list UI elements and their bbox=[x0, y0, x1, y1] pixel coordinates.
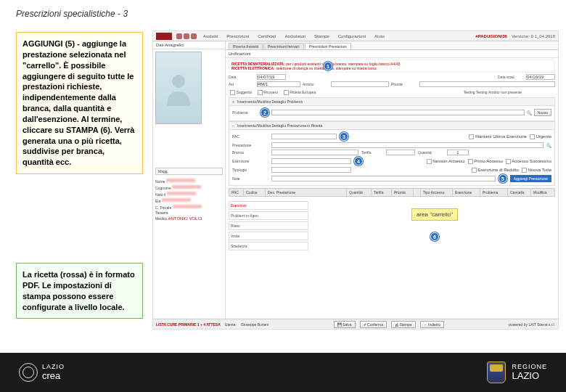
label-asl: Asl bbox=[229, 82, 255, 86]
avatar-placeholder bbox=[155, 52, 202, 124]
search-icon[interactable]: 🔍 bbox=[546, 143, 551, 148]
label-nessun-accesso: Nessun Accesso bbox=[432, 159, 464, 163]
menu-item[interactable]: Aiuto bbox=[372, 34, 387, 38]
marker-5: 5 bbox=[499, 174, 507, 183]
left-side-panel: Riass bbox=[229, 221, 308, 230]
checkbox-ricovero[interactable] bbox=[258, 90, 263, 95]
red-title-2: RICETTA ELETTRONICA: bbox=[231, 66, 275, 70]
input-pac[interactable] bbox=[271, 134, 337, 139]
carrello-table-header: PAC Codice Des. Prestazione Quantità Tar… bbox=[229, 188, 555, 197]
label-urgente: Urgente bbox=[536, 134, 551, 139]
indietro-button[interactable]: ← Indietro bbox=[420, 321, 444, 328]
label-branca: Branca bbox=[232, 150, 268, 155]
patient-label: Nome bbox=[155, 179, 165, 184]
menu-item[interactable]: Configurazioni bbox=[336, 34, 368, 38]
label-tariffa: Tariffa bbox=[361, 150, 383, 155]
callout-yellow-text: AGGIUNGI (5) - aggiunge la prestazione s… bbox=[22, 39, 134, 166]
search-icon[interactable]: 🔍 bbox=[527, 110, 532, 115]
input-tariffa[interactable] bbox=[386, 150, 415, 155]
input-prestazione[interactable] bbox=[271, 142, 544, 148]
panel-problema-label: Inserimento/Modifica Dettaglio Problema bbox=[237, 99, 303, 104]
shield-icons bbox=[176, 33, 197, 39]
status-user-label: Utente: bbox=[225, 322, 237, 327]
label-note: Note bbox=[232, 176, 268, 181]
checkbox-urgente[interactable] bbox=[530, 134, 535, 139]
marker-4: 4 bbox=[354, 157, 363, 166]
checkbox-primo-accesso[interactable] bbox=[468, 159, 473, 164]
label-data-scad: Data scad. bbox=[498, 75, 524, 79]
input-ambito[interactable] bbox=[331, 81, 389, 87]
input-note[interactable] bbox=[271, 176, 496, 181]
menu-item[interactable]: Assistiti bbox=[201, 34, 220, 38]
checkbox-nessun-accesso[interactable] bbox=[427, 159, 432, 164]
menu-item[interactable]: Stampe bbox=[312, 34, 332, 38]
input-asl[interactable]: RM/1 bbox=[257, 81, 300, 87]
conferma-button[interactable]: ✔ Conferma bbox=[360, 321, 387, 328]
checkbox-esenzione-reddito[interactable] bbox=[472, 168, 477, 173]
unify-label: Unificazioni bbox=[226, 50, 558, 58]
label-nuova-tutte: Nuova Tutte bbox=[528, 168, 551, 172]
blurred-text bbox=[173, 205, 202, 208]
blurred-text bbox=[162, 198, 191, 202]
menu-item[interactable]: Prescrizioni bbox=[224, 34, 251, 38]
label-mantieni: Mantieni Ultima Esenzione bbox=[475, 134, 527, 139]
checkbox-ricetta-eu[interactable] bbox=[284, 90, 289, 95]
label-testing: Testing Testing bbox=[464, 90, 488, 94]
callout-green: La ricetta (rossa) è in formato PDF. Le … bbox=[16, 263, 143, 319]
label-ricetta-eu: Ricetta Europea bbox=[290, 90, 316, 94]
panel-problema-title[interactable]: +Inserimento/Modifica Dettaglio Problema bbox=[229, 97, 555, 106]
blurred-text bbox=[167, 192, 196, 195]
tab[interactable]: Ricerca Assistiti bbox=[229, 43, 263, 49]
label-esenzione: Esenzione bbox=[232, 159, 268, 163]
salva-button[interactable]: 💾 Salva bbox=[334, 321, 356, 328]
back-icon: ← bbox=[424, 322, 427, 327]
checkbox-suggerita[interactable] bbox=[230, 90, 235, 95]
aggiungi-button[interactable]: Aggiungi Prestazione bbox=[510, 175, 551, 182]
input-branca[interactable] bbox=[271, 150, 358, 155]
status-user-value: Giuseppe Buriani bbox=[241, 322, 268, 327]
callout-yellow: AGGIUNGI (5) - aggiunge la prestazione s… bbox=[16, 32, 143, 174]
version-label: Versione: 0.1_04.2018 bbox=[512, 34, 555, 38]
patient-label: C. Fiscale bbox=[155, 205, 171, 210]
input-tipologia[interactable] bbox=[271, 167, 351, 173]
label-primo-accesso: Primo Accesso bbox=[474, 159, 503, 163]
slide-title: Prescrizioni specialistiche - 3 bbox=[16, 9, 128, 19]
stampa-button[interactable]: 🖨 Stampa bbox=[391, 321, 416, 328]
left-side-panel: Problemi in Agen. bbox=[229, 211, 308, 220]
patient-label: Nato il bbox=[155, 192, 165, 197]
shield-icon bbox=[487, 362, 506, 383]
status-left: LISTA CURE PRIMARIE 1 + 4 ATTESA bbox=[156, 322, 221, 327]
label-accesso-succ: Accesso Successivo bbox=[512, 159, 551, 163]
tab[interactable]: Prescrizioni Prestazioni bbox=[305, 43, 351, 49]
input-data-scad[interactable]: 04/10/19 bbox=[526, 74, 555, 80]
label-problema: Problema bbox=[232, 110, 258, 115]
label-ambito: Ambito bbox=[303, 82, 329, 86]
marker-1: 1 bbox=[324, 62, 332, 70]
left-side-panel: Esenzioni bbox=[229, 201, 308, 210]
input-quantita[interactable]: 1 bbox=[447, 150, 469, 155]
input-problema[interactable] bbox=[271, 110, 525, 115]
powered-by: powered by LAIT Scena s.r.l. bbox=[509, 322, 555, 327]
tab[interactable]: Prescrizioni farmaci bbox=[263, 43, 304, 49]
menu-item[interactable]: Certificati bbox=[255, 34, 278, 38]
marker-6: 6 bbox=[430, 232, 439, 241]
statusbar: LISTA CURE PRIMARIE 1 + 4 ATTESA Utente:… bbox=[153, 319, 558, 329]
label-data: Data bbox=[229, 75, 255, 79]
checkbox-nuova-tutte[interactable] bbox=[522, 168, 527, 173]
floppy-icon: 💾 bbox=[337, 322, 342, 327]
tabbar: Ricerca Assistiti Prescrizioni farmaci P… bbox=[226, 41, 558, 50]
menu-item[interactable]: Ambulatori bbox=[282, 34, 308, 38]
panel-prestazione-label: Inserimento/Modifica Dettaglio Prestazio… bbox=[237, 123, 322, 128]
input-esenzione[interactable] bbox=[271, 158, 351, 164]
checkbox-accesso-succ[interactable] bbox=[506, 159, 511, 164]
checkbox-mantieni[interactable] bbox=[469, 134, 474, 139]
input-testing[interactable]: Ambito non presente bbox=[488, 90, 554, 96]
ring-icon bbox=[19, 363, 38, 382]
label-pac: PAC bbox=[232, 134, 268, 139]
blurred-text bbox=[172, 185, 201, 189]
input-priorita[interactable] bbox=[419, 81, 555, 87]
nuovo-button[interactable]: Nuovo bbox=[534, 109, 551, 116]
doctor-name: ANTONIO VOLCI bbox=[168, 216, 202, 221]
input-data[interactable]: 04/07/19 bbox=[257, 74, 286, 80]
panel-prestazione-title[interactable]: −Inserimento/Modifica Dettaglio Prestazi… bbox=[229, 121, 555, 130]
